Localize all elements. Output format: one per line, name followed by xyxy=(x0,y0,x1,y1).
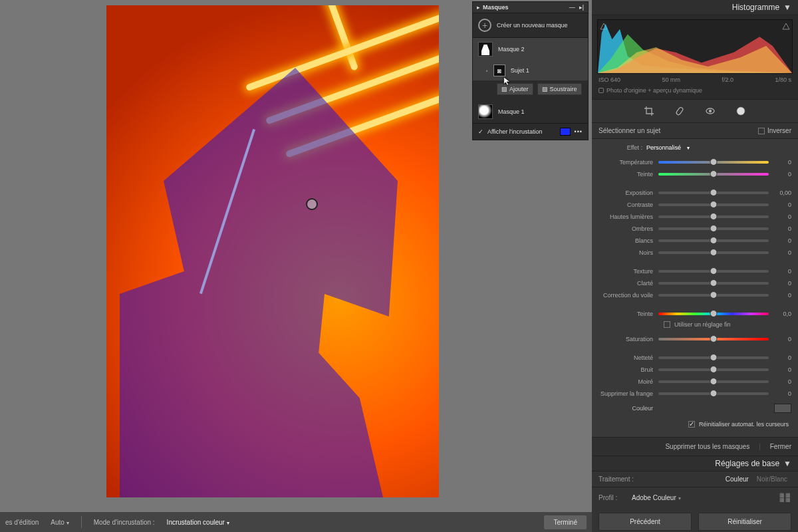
mask-item-mask2[interactable]: Masque 2 xyxy=(473,38,588,61)
bottom-bar: es d'édition Auto ▾ Mode d'incrustation … xyxy=(0,512,592,532)
effect-label: Effet : xyxy=(598,144,646,151)
close-icon[interactable]: ▸| xyxy=(579,4,584,11)
overlay-mode-value[interactable]: Incrustation couleur ▾ xyxy=(167,519,229,526)
overlay-options-icon[interactable]: ••• xyxy=(575,128,583,135)
svg-rect-0 xyxy=(676,106,684,115)
slider-saturation[interactable]: Saturation0 xyxy=(598,333,791,345)
adjust-sliders: Effet : Personnalisé ▾ Température0 Tein… xyxy=(592,139,798,437)
slider-blacks[interactable]: Noirs0 xyxy=(598,247,791,259)
treatment-bw[interactable]: Noir/Blanc xyxy=(753,475,791,483)
slider-moire[interactable]: Moiré0 xyxy=(598,376,791,388)
crop-tool-icon[interactable] xyxy=(643,105,655,117)
invert-checkbox[interactable] xyxy=(758,128,765,134)
edit-states-label[interactable]: es d'édition xyxy=(5,519,39,526)
mask-thumb-icon xyxy=(478,104,493,119)
done-button[interactable]: Terminé xyxy=(544,515,587,529)
exif-row: ISO 640 50 mm f/2.0 1/80 s xyxy=(597,74,793,86)
create-mask-button[interactable]: + Créer un nouveau masque xyxy=(473,13,588,38)
preview-indicator-icon xyxy=(598,88,604,93)
mask-item-mask1[interactable]: Masque 1 xyxy=(473,100,588,123)
masks-panel: ▸ Masques — ▸| + Créer un nouveau masque… xyxy=(472,1,589,140)
masks-panel-title: Masques xyxy=(483,4,569,11)
slider-tint[interactable]: Teinte0 xyxy=(598,168,791,180)
fine-adjust-label: Utiliser un réglage fin xyxy=(674,321,731,328)
close-masks-button[interactable]: Fermer xyxy=(770,443,791,450)
treatment-label: Traitement : xyxy=(598,475,722,483)
auto-reset-label: Réinitialiser automat. les curseurs xyxy=(699,421,789,428)
slider-whites[interactable]: Blancs0 xyxy=(598,235,791,247)
effect-value[interactable]: Personnalisé ▾ xyxy=(646,144,690,151)
preview-note: Photo d'origine + aperçu dynamique xyxy=(606,87,702,94)
slider-noise[interactable]: Bruit0 xyxy=(598,364,791,376)
masking-tool-icon[interactable] xyxy=(735,105,747,117)
subtract-icon: ▧ xyxy=(542,86,548,92)
fine-adjust-checkbox[interactable] xyxy=(664,321,670,328)
slider-clarity[interactable]: Clarté0 xyxy=(598,277,791,289)
overlay-color-swatch[interactable] xyxy=(560,128,571,136)
color-label: Couleur xyxy=(598,405,658,412)
slider-sharpness[interactable]: Netteté0 xyxy=(598,352,791,364)
mask-type-label[interactable]: Sélectionner un sujet xyxy=(598,127,758,134)
reset-button[interactable]: Réinitialiser xyxy=(698,513,791,531)
slider-texture[interactable]: Texture0 xyxy=(598,265,791,277)
mask-thumb-icon xyxy=(478,42,493,57)
mask-pin-icon[interactable] xyxy=(306,198,318,210)
subject-icon: ◙ xyxy=(493,65,505,76)
add-icon: ▧ xyxy=(501,86,507,92)
heal-tool-icon[interactable] xyxy=(674,105,686,117)
local-tools-row xyxy=(592,99,798,123)
slider-dehaze[interactable]: Correction du voile0 xyxy=(598,289,791,301)
slider-contrast[interactable]: Contraste0 xyxy=(598,199,791,211)
slider-exposure[interactable]: Exposition0,00 xyxy=(598,187,791,199)
histogram[interactable] xyxy=(597,19,793,74)
profile-browser-icon[interactable]: ▦▦▦▦ xyxy=(779,493,791,502)
cursor-icon xyxy=(503,76,512,86)
profile-label: Profil : xyxy=(598,494,632,501)
mask-subtract-button[interactable]: ▧Soustraire xyxy=(537,83,582,95)
overlay-mode-label: Mode d'incrustation : xyxy=(94,519,155,526)
basic-header[interactable]: Réglages de base▼ xyxy=(592,456,798,471)
right-panel: Histogramme▼ ISO 640 50 mm f/2.0 1/80 s … xyxy=(592,0,798,532)
slider-defringe[interactable]: Supprimer la frange0 xyxy=(598,388,791,400)
treatment-color[interactable]: Couleur xyxy=(722,475,753,483)
auto-reset-checkbox[interactable] xyxy=(688,421,695,428)
slider-hue[interactable]: Teinte0,0 xyxy=(598,308,791,320)
mask-component-subject1[interactable]: ▪ ◙ Sujet 1 xyxy=(473,61,588,80)
previous-button[interactable]: Précédent xyxy=(598,513,692,531)
svg-point-2 xyxy=(710,110,712,112)
plus-icon: + xyxy=(478,19,491,32)
color-swatch[interactable] xyxy=(774,404,791,413)
show-overlay-checkbox[interactable]: Afficher l'incrustation xyxy=(487,128,556,135)
redeye-tool-icon[interactable] xyxy=(704,105,716,117)
photo-preview[interactable] xyxy=(106,5,439,497)
auto-button[interactable]: Auto ▾ xyxy=(51,519,68,526)
profile-value[interactable]: Adobe Couleur ▾ xyxy=(632,494,779,501)
histogram-header[interactable]: Histogramme▼ xyxy=(592,0,798,15)
invert-label[interactable]: Inverser xyxy=(767,127,791,134)
delete-all-masks-button[interactable]: Supprimer tous les masques xyxy=(665,443,749,450)
slider-shadows[interactable]: Ombres0 xyxy=(598,223,791,235)
collapse-icon[interactable]: — xyxy=(569,4,575,11)
slider-temperature[interactable]: Température0 xyxy=(598,156,791,168)
slider-highlights[interactable]: Hautes lumières0 xyxy=(598,211,791,223)
